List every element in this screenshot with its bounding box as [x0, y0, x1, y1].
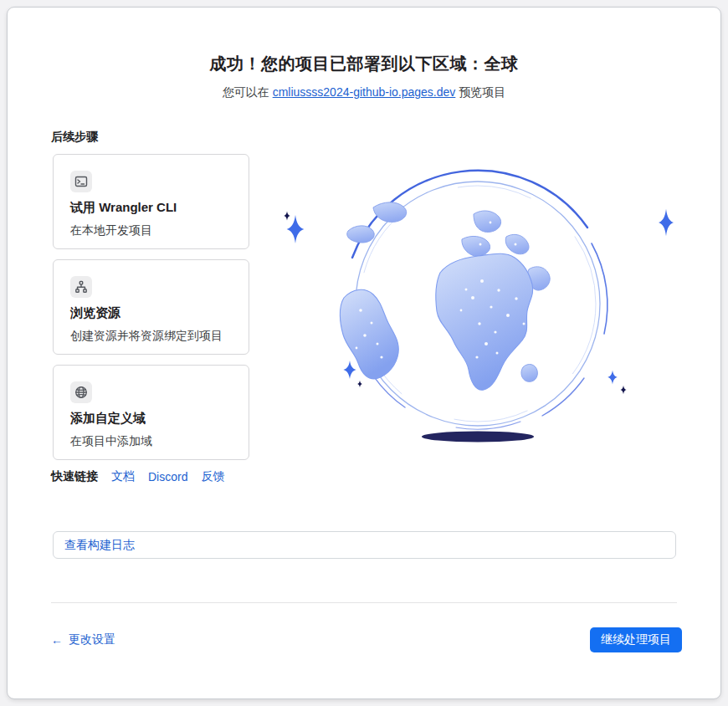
subtitle-prefix: 您可以在 [223, 85, 273, 99]
continue-project-button[interactable]: 继续处理项目 [590, 627, 682, 652]
quick-link-discord[interactable]: Discord [148, 470, 187, 483]
step-card-browse-resources[interactable]: 浏览资源 创建资源并将资源绑定到项目 [53, 259, 249, 355]
preview-subtitle: 您可以在 cmliussss2024-github-io.pages.dev 预… [8, 85, 720, 100]
change-settings-label: 更改设置 [69, 632, 115, 647]
step-card-title: 浏览资源 [70, 305, 232, 321]
next-steps-heading: 后续步骤 [51, 130, 98, 145]
step-card-description: 在本地开发项目 [70, 223, 232, 238]
footer-divider [51, 602, 677, 603]
step-card-custom-domain[interactable]: 添加自定义域 在项目中添加域 [53, 365, 249, 460]
terminal-icon [70, 171, 92, 192]
quick-links-heading: 快速链接 [51, 469, 98, 484]
step-card-description: 在项目中添加域 [70, 434, 232, 449]
globe-icon [70, 381, 92, 403]
view-build-logs-label: 查看构建日志 [64, 538, 135, 553]
view-build-logs-toggle[interactable]: 查看构建日志 [53, 531, 676, 559]
page-title: 成功！您的项目已部署到以下区域：全球 [8, 53, 720, 75]
quick-links: 快速链接 文档 Discord 反馈 [51, 469, 224, 484]
quick-link-docs[interactable]: 文档 [111, 469, 135, 484]
deployment-success-panel: 成功！您的项目已部署到以下区域：全球 您可以在 cmliussss2024-gi… [7, 7, 721, 699]
change-settings-link[interactable]: ← 更改设置 [51, 632, 115, 647]
preview-domain-link[interactable]: cmliussss2024-github-io.pages.dev [273, 85, 456, 99]
quick-link-feedback[interactable]: 反馈 [201, 469, 224, 484]
step-card-description: 创建资源并将资源绑定到项目 [70, 329, 232, 344]
back-arrow-icon: ← [51, 633, 63, 647]
globe-illustration [273, 164, 691, 460]
step-card-title: 添加自定义域 [70, 411, 232, 427]
sitemap-icon [70, 276, 92, 298]
hero: 成功！您的项目已部署到以下区域：全球 您可以在 cmliussss2024-gi… [8, 53, 720, 100]
step-card-wrangler-cli[interactable]: 试用 Wrangler CLI 在本地开发项目 [53, 154, 249, 249]
subtitle-suffix: 预览项目 [455, 85, 505, 99]
step-card-title: 试用 Wrangler CLI [70, 200, 232, 216]
